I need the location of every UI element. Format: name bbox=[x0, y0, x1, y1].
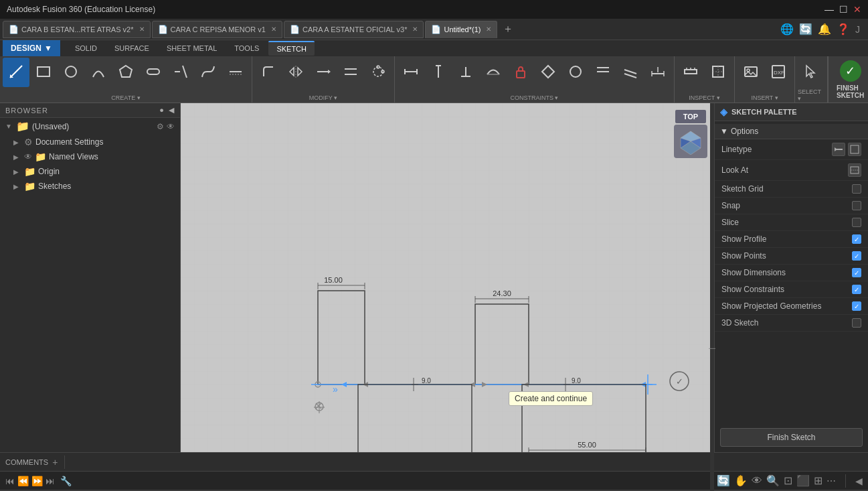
viewcube-top[interactable]: TOP bbox=[675, 110, 706, 123]
browser-item-unsaved[interactable]: ▼ 📁 (Unsaved) ⚙ 👁 bbox=[0, 118, 180, 135]
finish-sketch-icon[interactable]: ✓ bbox=[840, 60, 861, 82]
show-profile-checkbox[interactable]: ✓ bbox=[852, 234, 861, 244]
tab-cara-c[interactable]: 📄 CARA C REPISA MENOR v1 ✕ bbox=[152, 21, 282, 38]
browser-item-sketches[interactable]: ▶ 📁 Sketches bbox=[0, 179, 180, 194]
tab-untitled[interactable]: 📄 Untitled*(1) ✕ bbox=[425, 21, 497, 38]
tool-tangent[interactable] bbox=[480, 58, 507, 87]
tool-parallel[interactable] bbox=[617, 58, 644, 87]
tool-proj-geom[interactable] bbox=[705, 58, 731, 87]
palette-collapse-strip[interactable]: | bbox=[710, 103, 714, 491]
tool-polygon[interactable] bbox=[112, 58, 139, 87]
nav-extra[interactable]: 🔧 bbox=[60, 476, 72, 486]
3d-sketch-checkbox[interactable] bbox=[852, 318, 861, 328]
tool-colinear[interactable] bbox=[562, 58, 589, 87]
tab-cara-a[interactable]: 📄 CARA A ESTANTE OFICIAL v3* ✕ bbox=[284, 21, 424, 38]
tool-slot[interactable] bbox=[140, 58, 167, 87]
create-continue-tooltip: Create and continue bbox=[509, 391, 593, 406]
tool-horiz[interactable] bbox=[398, 58, 424, 87]
browser-item-origin[interactable]: ▶ 📁 Origin bbox=[0, 164, 180, 179]
pan-icon[interactable]: ✋ bbox=[734, 474, 748, 487]
sketch-grid-checkbox[interactable] bbox=[852, 184, 861, 194]
show-points-checkbox[interactable]: ✓ bbox=[852, 251, 861, 261]
toolbar-tab-sheetmetal[interactable]: SHEET METAL bbox=[159, 41, 225, 56]
tool-spline[interactable] bbox=[195, 58, 222, 87]
viewcube-area[interactable]: TOP bbox=[674, 110, 707, 158]
tool-break[interactable] bbox=[337, 58, 364, 87]
comments-add-btn[interactable]: + bbox=[52, 457, 58, 468]
browser-collapse-btn[interactable]: ◀ bbox=[169, 106, 175, 115]
user-icon[interactable]: J bbox=[855, 24, 860, 35]
close-btn[interactable]: ✕ bbox=[853, 4, 861, 15]
lookat-btn[interactable] bbox=[848, 163, 861, 177]
toolbar-tab-sketch[interactable]: SKETCH bbox=[268, 41, 315, 56]
tool-arc[interactable] bbox=[85, 58, 112, 87]
linetype-btn1[interactable] bbox=[832, 143, 845, 156]
bell-icon[interactable]: 🔔 bbox=[818, 23, 831, 36]
tab-close-2[interactable]: ✕ bbox=[271, 25, 276, 33]
tool-mirror[interactable] bbox=[282, 58, 309, 87]
tool-fillet[interactable] bbox=[255, 58, 282, 87]
tool-trim[interactable] bbox=[167, 58, 194, 87]
tool-select[interactable] bbox=[798, 58, 824, 87]
canvas[interactable]: 15.00 24.30 ✓ bbox=[181, 103, 714, 452]
select-label: SELECT ▾ bbox=[798, 87, 824, 102]
slice-checkbox[interactable] bbox=[852, 218, 861, 227]
tab-close-4[interactable]: ✕ bbox=[486, 25, 491, 33]
help-icon[interactable]: ❓ bbox=[837, 23, 850, 36]
window-controls[interactable]: — ☐ ✕ bbox=[824, 4, 861, 15]
maximize-btn[interactable]: ☐ bbox=[839, 4, 848, 15]
lookat-control[interactable] bbox=[848, 163, 861, 177]
add-tab-btn[interactable]: ＋ bbox=[503, 22, 513, 36]
tool-lock[interactable] bbox=[507, 58, 534, 87]
linetype-control[interactable] bbox=[832, 143, 861, 156]
tool-circ-pattern[interactable] bbox=[365, 58, 392, 87]
sync-icon[interactable]: 🔄 bbox=[799, 23, 812, 36]
tool-offset[interactable] bbox=[222, 58, 249, 87]
browser-item-named-views[interactable]: ▶ 👁 📁 Named Views bbox=[0, 149, 180, 164]
tool-perp[interactable] bbox=[452, 58, 479, 87]
nav-skip-back[interactable]: ⏮ bbox=[5, 476, 15, 486]
zoom-icon[interactable]: 🔍 bbox=[766, 474, 780, 487]
toolbar-tab-tools[interactable]: TOOLS bbox=[226, 41, 267, 56]
show-dimensions-checkbox[interactable]: ✓ bbox=[852, 268, 861, 277]
nav-play-fwd[interactable]: ⏩ bbox=[31, 476, 43, 486]
tool-extend[interactable] bbox=[310, 58, 337, 87]
grid-icon[interactable]: ⊞ bbox=[814, 474, 822, 487]
show-proj-geom-checkbox[interactable]: ✓ bbox=[852, 301, 861, 311]
orbit-icon[interactable]: 🔄 bbox=[717, 474, 730, 487]
browser-toggle-btn[interactable]: ● bbox=[159, 106, 165, 115]
display-icon[interactable]: ⬛ bbox=[796, 474, 810, 487]
snap-checkbox[interactable] bbox=[852, 201, 861, 210]
nav-play-back[interactable]: ⏪ bbox=[17, 476, 29, 486]
tool-circle[interactable] bbox=[58, 58, 84, 87]
browser-item-doc-settings[interactable]: ▶ ⚙ Document Settings bbox=[0, 135, 180, 149]
tool-equal[interactable] bbox=[535, 58, 561, 87]
globe-icon[interactable]: 🌐 bbox=[780, 23, 794, 36]
tool-line[interactable] bbox=[3, 58, 29, 87]
palette-section-header[interactable]: ▼ Options bbox=[715, 124, 868, 139]
tool-insert-img[interactable] bbox=[737, 58, 764, 87]
tool-measure[interactable] bbox=[677, 58, 704, 87]
expand-icon-bottom[interactable]: ⋯ bbox=[827, 476, 836, 486]
look-icon[interactable]: 👁 bbox=[752, 475, 762, 487]
finish-sketch-section[interactable]: ✓ FINISH SKETCH bbox=[828, 56, 868, 102]
tool-vert[interactable] bbox=[425, 58, 452, 87]
finish-sketch-btn[interactable]: Finish Sketch bbox=[720, 428, 863, 447]
viewcube-cube[interactable] bbox=[674, 125, 707, 158]
tab-close-3[interactable]: ✕ bbox=[412, 25, 418, 33]
tab-cara-b[interactable]: 📄 CARA B ESTAN...RTE ATRAS v2* ✕ bbox=[3, 21, 151, 38]
fit-icon[interactable]: ⊡ bbox=[784, 474, 792, 487]
linetype-btn2[interactable] bbox=[848, 143, 861, 156]
toolbar-tab-surface[interactable]: SURFACE bbox=[106, 41, 157, 56]
statusbar-extra[interactable]: ◀ bbox=[855, 476, 863, 486]
toolbar-tab-solid[interactable]: SOLID bbox=[67, 41, 105, 56]
tool-symm[interactable] bbox=[590, 58, 616, 87]
minimize-btn[interactable]: — bbox=[824, 4, 834, 15]
tool-rect[interactable] bbox=[30, 58, 57, 87]
show-constraints-checkbox[interactable]: ✓ bbox=[852, 285, 861, 294]
design-button[interactable]: DESIGN ▼ bbox=[3, 40, 60, 56]
tab-close-1[interactable]: ✕ bbox=[139, 25, 145, 33]
tool-dim[interactable] bbox=[644, 58, 671, 87]
tool-insert-dxf[interactable]: DXF bbox=[765, 58, 792, 87]
nav-skip-fwd[interactable]: ⏭ bbox=[46, 476, 55, 486]
